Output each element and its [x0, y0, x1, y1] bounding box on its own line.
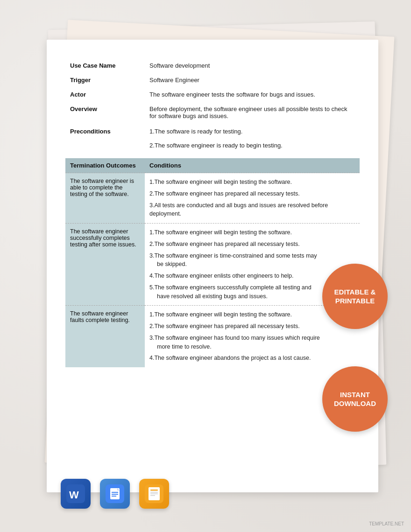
header-col1: Termination Outcomes: [65, 158, 145, 173]
preconditions-values: 1.The software is ready for testing. 2.T…: [145, 123, 360, 158]
docs-icon: [100, 479, 130, 509]
trigger-value: Software Engineer: [145, 73, 360, 87]
word-svg: W: [66, 484, 85, 503]
svg-rect-5: [112, 494, 118, 495]
svg-rect-12: [150, 494, 158, 495]
svg-rect-4: [112, 492, 118, 493]
conditions-1: 1.The software engineer will begin testi…: [145, 173, 360, 224]
use-case-table: Use Case Name Software development Trigg…: [65, 58, 360, 367]
overview-row: Overview Before deployment, the software…: [65, 102, 360, 123]
trigger-row: Trigger Software Engineer: [65, 73, 360, 87]
editable-badge: EDITABLE & PRINTABLE: [322, 264, 388, 329]
pages-svg: [145, 484, 163, 503]
table-row: The software engineer faults complete te…: [65, 306, 360, 367]
outcome-2: The software engineer successfully compl…: [65, 224, 145, 306]
watermark: TEMPLATE.NET: [369, 521, 404, 526]
actor-label: Actor: [65, 87, 145, 102]
table-header-row: Termination Outcomes Conditions: [65, 158, 360, 173]
pages-icon: [139, 479, 169, 509]
download-badge: INSTANT DOWNLOAD: [322, 366, 388, 432]
preconditions-label: Preconditions: [65, 123, 145, 158]
precondition-1: 1.The software is ready for testing.: [149, 127, 355, 136]
use-case-name-label: Use Case Name: [65, 58, 145, 73]
header-col2: Conditions: [145, 158, 360, 173]
svg-rect-13: [150, 495, 155, 496]
use-case-name-value: Software development: [145, 58, 360, 73]
preconditions-row: Preconditions 1.The software is ready fo…: [65, 123, 360, 158]
actor-value: The software engineer tests the software…: [145, 87, 360, 102]
actor-row: Actor The software engineer tests the so…: [65, 87, 360, 102]
main-card: Use Case Name Software development Trigg…: [47, 40, 378, 492]
trigger-label: Trigger: [65, 73, 145, 87]
use-case-name-row: Use Case Name Software development: [65, 58, 360, 73]
svg-text:W: W: [69, 489, 79, 501]
outcome-3: The software engineer faults complete te…: [65, 306, 145, 367]
table-row: The software engineer successfully compl…: [65, 224, 360, 306]
app-icons-area: W: [61, 479, 169, 509]
overview-label: Overview: [65, 102, 145, 123]
svg-rect-10: [150, 490, 158, 491]
svg-rect-6: [112, 496, 116, 497]
precondition-2: 2.The software engineer is ready to begi…: [149, 141, 355, 150]
conditions-3: 1.The software engineer will begin testi…: [145, 306, 360, 367]
overview-value: Before deployment, the software engineer…: [145, 102, 360, 123]
docs-svg: [106, 484, 124, 503]
svg-rect-11: [150, 492, 158, 493]
table-row: The software engineer is able to complet…: [65, 173, 360, 224]
word-icon: W: [61, 479, 91, 509]
outcome-1: The software engineer is able to complet…: [65, 173, 145, 224]
